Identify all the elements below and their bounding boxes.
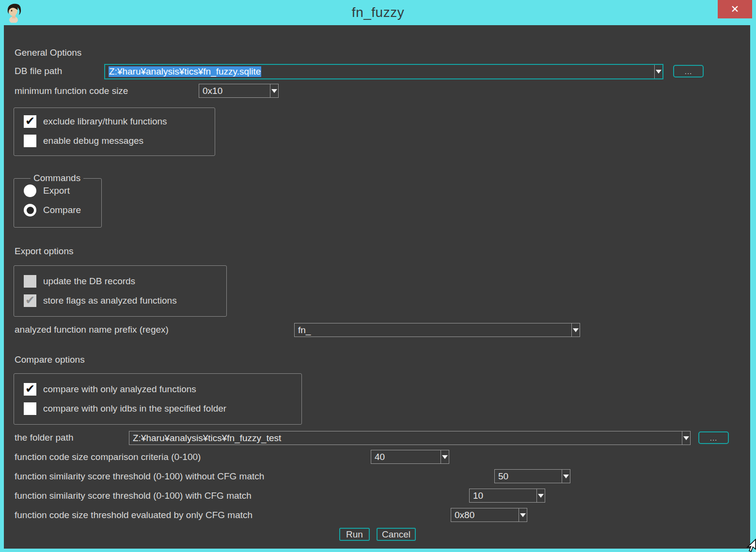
chevron-down-icon — [538, 494, 544, 498]
min-size-value: 0x10 — [199, 86, 270, 96]
checkbox-row-only-analyzed[interactable]: compare with only analyzed functions — [24, 383, 196, 396]
similarity-without-cfg-combo[interactable]: 50 — [494, 469, 570, 483]
store-flags-checkbox[interactable] — [24, 294, 36, 307]
radio-row-export[interactable]: Export — [24, 184, 70, 197]
export-options-heading: Export options — [15, 246, 73, 257]
prefix-value: fn_ — [295, 325, 571, 336]
export-checkbox-group: update the DB records store flags as ana… — [14, 265, 227, 317]
similarity-without-cfg-dropdown[interactable] — [562, 470, 570, 483]
exclude-library-checkbox[interactable] — [24, 115, 36, 128]
db-file-path-label: DB file path — [15, 66, 62, 77]
db-path-browse-button[interactable]: ... — [673, 65, 704, 77]
min-size-dropdown[interactable] — [270, 84, 278, 97]
store-flags-label: store flags as analyzed functions — [43, 295, 177, 306]
chevron-down-icon — [271, 89, 277, 93]
export-radio[interactable] — [24, 184, 36, 197]
checkbox-row-store-flags[interactable]: store flags as analyzed functions — [24, 294, 177, 307]
close-icon: ✕ — [731, 3, 740, 15]
similarity-with-cfg-dropdown[interactable] — [536, 489, 545, 502]
commands-legend: Commands — [31, 173, 83, 184]
similarity-with-cfg-value: 10 — [470, 491, 536, 501]
dialog-body: General Options DB file path Z:¥haru¥ana… — [4, 25, 750, 549]
prefix-dropdown[interactable] — [571, 323, 580, 337]
compare-radio[interactable] — [24, 204, 36, 216]
similarity-without-cfg-label: function similarity score threshold (0-1… — [15, 471, 264, 482]
cfg-only-threshold-dropdown[interactable] — [519, 508, 527, 521]
debug-messages-label: enable debug messages — [43, 136, 143, 146]
prefix-combo[interactable]: fn_ — [294, 323, 580, 337]
update-db-label: update the DB records — [43, 276, 135, 287]
code-size-criteria-combo[interactable]: 40 — [371, 450, 449, 464]
folder-path-combo[interactable]: Z:¥haru¥analysis¥tics¥fn_fuzzy_test — [129, 431, 691, 445]
checkbox-row-exclude-library[interactable]: exclude library/thunk functions — [24, 115, 167, 128]
cancel-button[interactable]: Cancel — [377, 528, 416, 541]
debug-messages-checkbox[interactable] — [24, 135, 36, 147]
close-button[interactable]: ✕ — [718, 0, 752, 18]
cfg-only-threshold-value: 0x80 — [451, 510, 519, 521]
only-idbs-checkbox[interactable] — [24, 402, 36, 415]
only-idbs-label: compare with only idbs in the specified … — [43, 403, 226, 414]
folder-path-dropdown[interactable] — [682, 431, 690, 445]
code-size-criteria-label: function code size comparison criteria (… — [15, 452, 201, 462]
folder-path-label: the folder path — [15, 432, 73, 443]
chevron-down-icon — [573, 328, 579, 332]
cfg-only-threshold-combo[interactable]: 0x80 — [451, 508, 527, 522]
commands-group: Commands Export Compare — [14, 178, 102, 228]
only-analyzed-checkbox[interactable] — [24, 383, 36, 396]
code-size-criteria-value: 40 — [371, 452, 441, 462]
similarity-with-cfg-label: function similarity score threshold (0-1… — [15, 491, 252, 501]
chevron-down-icon — [520, 513, 526, 517]
chevron-down-icon — [656, 70, 662, 74]
run-button[interactable]: Run — [339, 528, 370, 541]
exclude-library-label: exclude library/thunk functions — [43, 116, 167, 127]
chevron-down-icon — [563, 475, 569, 478]
general-options-heading: General Options — [15, 47, 81, 58]
titlebar: fn_fuzzy ✕ — [0, 0, 756, 25]
checkbox-row-only-idbs[interactable]: compare with only idbs in the specified … — [24, 402, 226, 415]
min-size-label: minimum function code size — [15, 86, 128, 96]
update-db-checkbox[interactable] — [24, 275, 36, 288]
export-radio-label: Export — [43, 185, 70, 196]
cfg-only-threshold-label: function code size threshold evaluated b… — [15, 510, 252, 521]
compare-radio-label: Compare — [43, 205, 81, 215]
code-size-criteria-dropdown[interactable] — [441, 450, 449, 463]
folder-browse-button[interactable]: ... — [698, 431, 729, 444]
db-path-dropdown[interactable] — [654, 65, 662, 78]
checkbox-row-debug-messages[interactable]: enable debug messages — [24, 135, 143, 147]
checkbox-row-update-db[interactable]: update the DB records — [24, 275, 135, 288]
db-file-path-combo[interactable]: Z:¥haru¥analysis¥tics¥fn_fuzzy.sqlite — [105, 64, 663, 79]
db-file-path-value: Z:¥haru¥analysis¥tics¥fn_fuzzy.sqlite — [105, 66, 654, 77]
compare-checkbox-group: compare with only analyzed functions com… — [14, 373, 302, 425]
similarity-without-cfg-value: 50 — [495, 471, 562, 482]
folder-path-value: Z:¥haru¥analysis¥tics¥fn_fuzzy_test — [129, 433, 682, 444]
mouse-cursor — [745, 538, 756, 552]
min-size-combo[interactable]: 0x10 — [199, 84, 279, 98]
window-title: fn_fuzzy — [0, 5, 756, 20]
chevron-down-icon — [683, 436, 689, 440]
prefix-label: analyzed function name prefix (regex) — [15, 324, 169, 335]
similarity-with-cfg-combo[interactable]: 10 — [469, 489, 545, 503]
compare-options-heading: Compare options — [15, 354, 85, 365]
only-analyzed-label: compare with only analyzed functions — [43, 384, 196, 395]
chevron-down-icon — [442, 455, 448, 459]
radio-row-compare[interactable]: Compare — [24, 204, 81, 216]
general-checkbox-group: exclude library/thunk functions enable d… — [14, 107, 215, 156]
